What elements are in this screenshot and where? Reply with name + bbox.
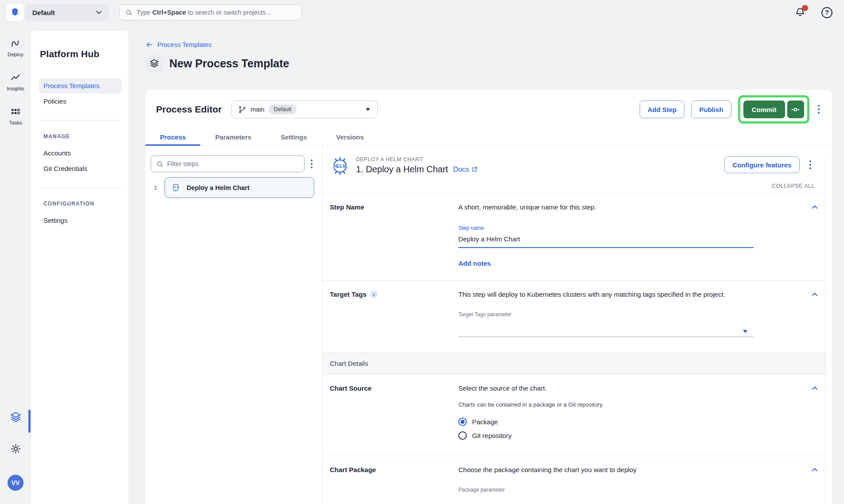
commit-icon [791, 105, 800, 114]
octopus-icon [9, 7, 21, 18]
package-field-label: Package parameter [458, 487, 754, 493]
section-description: A short, memorable, unique name for this… [458, 203, 754, 212]
breadcrumb[interactable]: Process Templates [145, 41, 211, 49]
octopus-logo[interactable] [6, 4, 24, 21]
collapse-all-button[interactable]: COLLAPSE ALL [323, 176, 825, 193]
step-overline: DEPLOY A HELM CHART [356, 156, 478, 163]
target-tags-field-label: Target Tags parameter [458, 311, 754, 318]
chevron-up-icon [811, 204, 818, 211]
add-step-button[interactable]: Add Step [640, 101, 685, 118]
filter-steps-input[interactable] [167, 160, 299, 167]
configure-features-button[interactable]: Configure features [724, 156, 799, 173]
rail-label: Insights [7, 86, 24, 91]
sidebar-item-process-templates[interactable]: Process Templates [39, 78, 121, 93]
space-name: Default [32, 9, 55, 16]
rail-item-deploy[interactable]: Deploy [8, 38, 23, 57]
help-button[interactable]: ? [821, 7, 832, 18]
caret-down-icon [366, 108, 370, 111]
editor-overflow-menu[interactable] [816, 102, 822, 117]
sidebar-item-git-credentials[interactable]: Git Credentials [39, 161, 121, 176]
svg-text:HELM: HELM [333, 163, 347, 169]
step-list-item[interactable]: HELM Deploy a Helm Chart [164, 177, 314, 198]
branch-selector[interactable]: main Default [231, 101, 378, 118]
helm-icon: HELM [170, 182, 182, 194]
collapse-section-button[interactable] [811, 291, 818, 298]
add-notes-link[interactable]: Add notes [458, 260, 491, 267]
tab-settings[interactable]: Settings [266, 129, 321, 145]
section-description: This step will deploy to Kubernetes clus… [458, 290, 754, 299]
page-title: New Process Template [169, 57, 289, 70]
section-description: Choose the package containing the chart … [458, 465, 754, 474]
question-mark-icon: ? [825, 9, 829, 16]
space-selector[interactable]: Default [6, 4, 109, 21]
docs-link[interactable]: Docs [453, 166, 478, 174]
section-description: Select the source of the chart. [458, 384, 754, 393]
sidebar-item-accounts[interactable]: Accounts [39, 145, 121, 161]
chevron-up-icon [811, 385, 818, 392]
chart-source-help: Charts can be contained in a package or … [458, 401, 754, 408]
step-name-field-label: Step name [458, 225, 754, 231]
radio-package[interactable]: Package [458, 418, 754, 426]
tab-parameters[interactable]: Parameters [200, 129, 266, 145]
section-label: Target Tags [330, 290, 367, 299]
section-chart-package: Chart Package Choose the package contain… [323, 456, 825, 504]
chart-details-band: Chart Details [323, 352, 825, 374]
rail-item-settings[interactable] [10, 443, 21, 454]
rail-item-platform-hub[interactable] [10, 411, 22, 423]
back-arrow-icon [145, 41, 153, 49]
collapse-section-button[interactable] [811, 385, 818, 392]
steps-overflow-menu[interactable] [309, 157, 315, 171]
step-name-input[interactable]: Deploy a Helm Chart [458, 235, 754, 248]
sidebar: Platform Hub Process Templates Policies … [31, 31, 129, 504]
section-label: Chart Package [330, 465, 376, 474]
search-icon [156, 160, 164, 168]
filter-steps-field [151, 155, 305, 172]
collapse-section-button[interactable] [811, 466, 818, 473]
avatar[interactable]: VV [8, 475, 23, 491]
process-editor-card: Process Editor main Default Add Step Pub… [145, 90, 832, 504]
chevron-down-icon [94, 8, 103, 17]
step-list-item-label: Deploy a Helm Chart [187, 184, 250, 191]
layers-icon [149, 58, 159, 68]
global-search-input[interactable]: Type Ctrl+Space to search or switch proj… [119, 4, 302, 20]
top-bar: Default Type Ctrl+Space to search or swi… [0, 0, 844, 25]
gear-icon [10, 443, 21, 454]
rail-item-insights[interactable]: Insights [7, 72, 24, 91]
sidebar-title: Platform Hub [40, 49, 121, 59]
commit-highlight-box: Commit [738, 95, 809, 124]
target-tags-select[interactable] [458, 326, 754, 337]
commit-button[interactable]: Commit [743, 101, 785, 118]
space-dropdown[interactable]: Default [25, 4, 109, 21]
tasks-icon [10, 106, 21, 117]
notifications-button[interactable] [795, 7, 805, 18]
package-select[interactable] [458, 502, 754, 504]
radio-git-repository[interactable]: Git repository [458, 431, 754, 440]
radio-selected-icon [458, 418, 467, 426]
tab-versions[interactable]: Versions [321, 129, 379, 145]
rail-item-tasks[interactable]: Tasks [9, 106, 22, 125]
git-branch-icon [238, 105, 246, 114]
radio-unselected-icon [458, 431, 467, 440]
avatar-initials: VV [12, 479, 20, 486]
insights-icon [10, 72, 21, 83]
step-index: 1 [151, 184, 160, 191]
step-overflow-menu[interactable] [808, 158, 813, 172]
search-placeholder: Type Ctrl+Space to search or switch proj… [137, 9, 271, 16]
caret-down-icon [743, 330, 747, 333]
publish-button[interactable]: Publish [691, 101, 731, 118]
helm-icon: HELM [330, 156, 350, 176]
collapse-section-button[interactable] [811, 204, 818, 211]
breadcrumb-label: Process Templates [157, 41, 211, 48]
chevron-up-icon [811, 466, 818, 473]
layers-icon [10, 411, 22, 423]
commit-options-button[interactable] [787, 101, 804, 118]
steps-panel: 1 HELM Deploy a Helm Chart [145, 146, 323, 504]
rail-label: Tasks [9, 120, 22, 125]
sidebar-item-policies[interactable]: Policies [39, 93, 121, 109]
tab-process[interactable]: Process [145, 129, 200, 145]
info-icon[interactable]: i [370, 291, 378, 298]
divider [39, 120, 121, 120]
sidebar-item-settings[interactable]: Settings [39, 213, 121, 228]
branch-name: main [250, 106, 264, 113]
notification-badge [802, 5, 808, 11]
